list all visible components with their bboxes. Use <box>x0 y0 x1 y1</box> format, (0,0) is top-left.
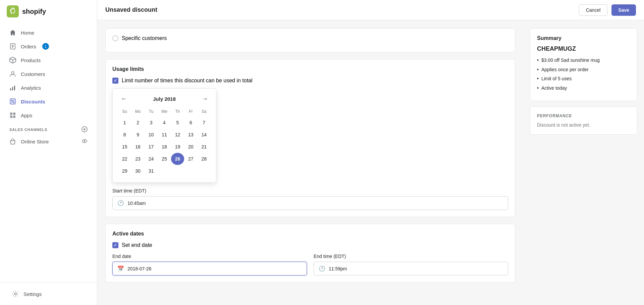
logo-text: shopify <box>22 8 46 15</box>
sales-channels-label: SALES CHANNELS <box>0 122 97 134</box>
start-time-field: Start time (EDT) 🕐 10:45am <box>112 188 508 210</box>
nav-menu: Home Orders 1 Products Customers <box>0 23 97 282</box>
customers-card: Specific customers <box>105 28 515 52</box>
calendar-day[interactable]: 12 <box>171 129 184 141</box>
calendar-day[interactable]: 19 <box>171 141 184 153</box>
shopify-logo-icon <box>7 5 19 17</box>
sidebar-item-products[interactable]: Products <box>3 53 94 67</box>
end-datetime-row: End date 📅 2018-07-26 End time (EDT) 🕐 1… <box>112 254 508 275</box>
calendar-day[interactable]: 21 <box>198 141 211 153</box>
calendar-day[interactable]: 20 <box>184 141 197 153</box>
dow-fr: Fr <box>184 108 197 117</box>
svg-point-13 <box>13 102 14 103</box>
calendar-day[interactable]: 2 <box>131 117 144 129</box>
calendar-next-button[interactable]: → <box>199 94 211 104</box>
svg-point-8 <box>11 72 14 74</box>
calendar-day[interactable]: 7 <box>198 117 211 129</box>
start-time-input[interactable]: 🕐 10:45am <box>112 196 508 210</box>
analytics-icon <box>9 84 16 91</box>
sidebar-item-apps[interactable]: Apps <box>3 108 94 122</box>
sidebar-item-label: Products <box>21 57 41 63</box>
sidebar: shopify Home Orders 1 Products <box>0 0 97 305</box>
usage-limit-label: Limit number of times this discount can … <box>122 78 253 84</box>
discounts-icon <box>9 98 16 105</box>
calendar-day[interactable]: 5 <box>171 117 184 129</box>
calendar-day <box>198 165 211 177</box>
add-sales-channel-icon[interactable] <box>82 126 88 133</box>
svg-line-7 <box>13 59 16 60</box>
calendar-day[interactable]: 31 <box>145 165 158 177</box>
cancel-button[interactable]: Cancel <box>579 4 608 16</box>
end-time-field: End time (EDT) 🕐 11:59pm <box>314 254 508 275</box>
svg-point-25 <box>14 293 16 295</box>
calendar-day[interactable]: 29 <box>118 165 131 177</box>
calendar-day[interactable]: 16 <box>131 141 144 153</box>
calendar-day[interactable]: 8 <box>118 129 131 141</box>
right-sidebar: Summary CHEAPMUGZ $3.00 off Sad sunshine… <box>523 20 644 305</box>
calendar-day[interactable]: 14 <box>198 129 211 141</box>
sidebar-item-orders[interactable]: Orders 1 <box>3 40 94 53</box>
usage-limits-title: Usage limits <box>112 66 508 72</box>
calendar-header: ← July 2018 → <box>118 94 211 104</box>
end-date-value: 2018-07-26 <box>127 266 152 271</box>
usage-limit-checkbox[interactable] <box>112 78 118 84</box>
calendar-icon: 📅 <box>117 265 124 272</box>
sidebar-item-label: Customers <box>21 71 45 77</box>
calendar-day[interactable]: 15 <box>118 141 131 153</box>
save-button[interactable]: Save <box>611 4 636 16</box>
calendar-day <box>184 165 197 177</box>
summary-item-4: Active today <box>537 85 630 92</box>
calendar-day[interactable]: 26 <box>171 153 184 165</box>
end-time-input[interactable]: 🕐 11:59pm <box>314 262 508 275</box>
sidebar-item-discounts[interactable]: Discounts <box>3 95 94 108</box>
calendar-day[interactable]: 23 <box>131 153 144 165</box>
sidebar-item-online-store[interactable]: Online Store <box>3 135 94 148</box>
dow-we: We <box>158 108 171 117</box>
calendar-day[interactable]: 17 <box>145 141 158 153</box>
calendar-day[interactable]: 30 <box>131 165 144 177</box>
sidebar-item-customers[interactable]: Customers <box>3 67 94 81</box>
sidebar-item-settings[interactable]: Settings <box>5 287 92 301</box>
calendar-day[interactable]: 27 <box>184 153 197 165</box>
calendar-day[interactable]: 11 <box>158 129 171 141</box>
calendar-day[interactable]: 9 <box>131 129 144 141</box>
set-end-date-checkbox[interactable] <box>112 242 118 248</box>
page-title: Unsaved discount <box>105 6 157 13</box>
calendar-day[interactable]: 24 <box>145 153 158 165</box>
usage-limit-checkbox-row[interactable]: Limit number of times this discount can … <box>112 78 508 84</box>
svg-rect-17 <box>13 113 15 115</box>
topbar-actions: Cancel Save <box>579 4 636 16</box>
discount-code: CHEAPMUGZ <box>537 45 630 52</box>
main-content: Specific customers Usage limits Limit nu… <box>97 20 523 305</box>
specific-customers-row[interactable]: Specific customers <box>112 35 508 41</box>
main-area: Unsaved discount Cancel Save Specific cu… <box>97 0 644 305</box>
calendar-prev-button[interactable]: ← <box>118 94 129 104</box>
end-date-input[interactable]: 📅 2018-07-26 <box>112 262 307 275</box>
svg-rect-10 <box>12 87 13 90</box>
specific-customers-radio[interactable] <box>112 35 118 41</box>
sidebar-item-home[interactable]: Home <box>3 26 94 39</box>
calendar-day[interactable]: 22 <box>118 153 131 165</box>
calendar-day[interactable]: 10 <box>145 129 158 141</box>
specific-customers-label: Specific customers <box>122 35 167 41</box>
calendar-day[interactable]: 13 <box>184 129 197 141</box>
svg-rect-19 <box>13 116 15 118</box>
end-date-field: End date 📅 2018-07-26 <box>112 254 307 275</box>
calendar-month: July 2018 <box>153 96 176 102</box>
calendar-day[interactable]: 18 <box>158 141 171 153</box>
eye-icon[interactable] <box>82 138 88 145</box>
svg-rect-18 <box>10 116 12 118</box>
calendar-day[interactable]: 28 <box>198 153 211 165</box>
orders-icon <box>9 43 16 50</box>
dow-mo: Mo <box>131 108 144 117</box>
calendar-day[interactable]: 1 <box>118 117 131 129</box>
calendar-day[interactable]: 6 <box>184 117 197 129</box>
start-time-label: Start time (EDT) <box>112 188 508 193</box>
sidebar-item-analytics[interactable]: Analytics <box>3 81 94 94</box>
content-area: Specific customers Usage limits Limit nu… <box>97 20 644 305</box>
sidebar-footer: Settings <box>0 282 97 305</box>
calendar-day[interactable]: 25 <box>158 153 171 165</box>
calendar-day[interactable]: 4 <box>158 117 171 129</box>
calendar-day[interactable]: 3 <box>145 117 158 129</box>
set-end-date-row[interactable]: Set end date <box>112 242 508 248</box>
